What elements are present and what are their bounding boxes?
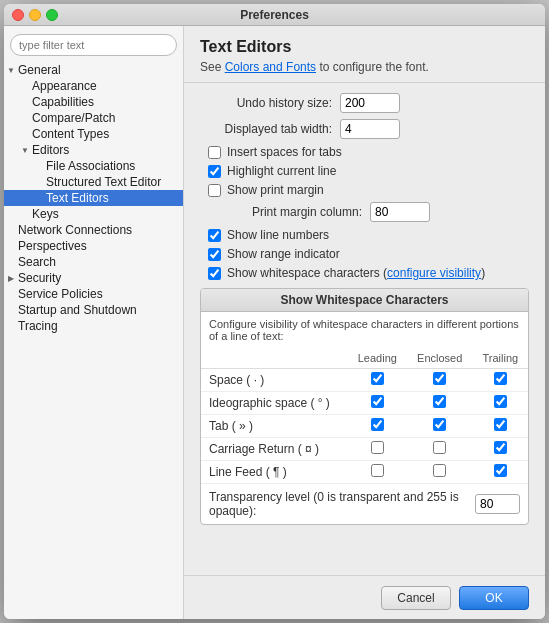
colors-fonts-link[interactable]: Colors and Fonts [225, 60, 316, 74]
ideo-leading-checkbox[interactable] [371, 395, 384, 408]
transparency-label: Transparency level (0 is transparent and… [209, 490, 467, 518]
sidebar-item-capabilities[interactable]: Capabilities [4, 94, 183, 110]
sidebar-item-tracing[interactable]: Tracing [4, 318, 183, 334]
cancel-button[interactable]: Cancel [381, 586, 451, 610]
space-leading-checkbox[interactable] [371, 372, 384, 385]
sidebar-item-label: Keys [32, 207, 59, 221]
sidebar-item-file-associations[interactable]: File Associations [4, 158, 183, 174]
tab-width-input[interactable] [340, 119, 400, 139]
filter-input[interactable] [10, 34, 177, 56]
main-panel: Text Editors See Colors and Fonts to con… [184, 26, 545, 619]
whitespace-section-title: Show Whitespace Characters [201, 289, 528, 312]
sidebar-item-compare-patch[interactable]: Compare/Patch [4, 110, 183, 126]
sidebar-item-service-policies[interactable]: Service Policies [4, 286, 183, 302]
sidebar-item-text-editors[interactable]: Text Editors [4, 190, 183, 206]
col-leading: Leading [348, 348, 407, 369]
sidebar-item-content-types[interactable]: Content Types [4, 126, 183, 142]
sidebar-item-label: Service Policies [18, 287, 103, 301]
transparency-input[interactable] [475, 494, 520, 514]
insert-spaces-checkbox[interactable] [208, 146, 221, 159]
sidebar-item-editors[interactable]: Editors [4, 142, 183, 158]
sidebar-item-keys[interactable]: Keys [4, 206, 183, 222]
leading-cell [348, 461, 407, 484]
sidebar-item-security[interactable]: Security [4, 270, 183, 286]
cr-leading-checkbox[interactable] [371, 441, 384, 454]
subtitle-text: See [200, 60, 225, 74]
show-print-margin-checkbox[interactable] [208, 184, 221, 197]
sidebar-item-label: Structured Text Editor [46, 175, 161, 189]
ideo-trailing-checkbox[interactable] [494, 395, 507, 408]
char-label: Space ( · ) [201, 369, 348, 392]
sidebar-item-startup-shutdown[interactable]: Startup and Shutdown [4, 302, 183, 318]
lf-trailing-checkbox[interactable] [494, 464, 507, 477]
trailing-cell [473, 438, 528, 461]
show-range-indicator-label: Show range indicator [227, 247, 340, 261]
space-enclosed-checkbox[interactable] [433, 372, 446, 385]
lf-enclosed-checkbox[interactable] [433, 464, 446, 477]
show-line-numbers-row: Show line numbers [200, 228, 529, 242]
preferences-window: Preferences General Appearance Capabilit… [4, 4, 545, 619]
show-range-indicator-checkbox[interactable] [208, 248, 221, 261]
print-margin-col-label: Print margin column: [230, 205, 370, 219]
sidebar-item-appearance[interactable]: Appearance [4, 78, 183, 94]
minimize-button[interactable] [29, 9, 41, 21]
sidebar-item-structured-text[interactable]: Structured Text Editor [4, 174, 183, 190]
sidebar-item-label: General [18, 63, 61, 77]
show-whitespace-checkbox[interactable] [208, 267, 221, 280]
highlight-line-checkbox[interactable] [208, 165, 221, 178]
ideo-enclosed-checkbox[interactable] [433, 395, 446, 408]
sidebar-item-search[interactable]: Search [4, 254, 183, 270]
col-enclosed: Enclosed [407, 348, 473, 369]
close-button[interactable] [12, 9, 24, 21]
table-row: Line Feed ( ¶ ) [201, 461, 528, 484]
sidebar-item-general[interactable]: General [4, 62, 183, 78]
traffic-lights [12, 9, 58, 21]
cr-trailing-checkbox[interactable] [494, 441, 507, 454]
char-label: Line Feed ( ¶ ) [201, 461, 348, 484]
space-trailing-checkbox[interactable] [494, 372, 507, 385]
sidebar-item-perspectives[interactable]: Perspectives [4, 238, 183, 254]
sidebar-item-label: Network Connections [18, 223, 132, 237]
undo-row: Undo history size: [200, 93, 529, 113]
show-line-numbers-checkbox[interactable] [208, 229, 221, 242]
show-range-indicator-row: Show range indicator [200, 247, 529, 261]
col-trailing: Trailing [473, 348, 528, 369]
print-margin-col-input[interactable] [370, 202, 430, 222]
show-whitespace-label: Show whitespace characters (configure vi… [227, 266, 485, 280]
undo-label: Undo history size: [200, 96, 340, 110]
ok-button[interactable]: OK [459, 586, 529, 610]
show-print-margin-row: Show print margin [200, 183, 529, 197]
whitespace-section: Show Whitespace Characters Configure vis… [200, 288, 529, 525]
panel-subtitle: See Colors and Fonts to configure the fo… [200, 60, 529, 74]
triangle-icon [18, 143, 32, 157]
sidebar-item-label: Compare/Patch [32, 111, 115, 125]
tab-enclosed-checkbox[interactable] [433, 418, 446, 431]
leading-cell [348, 415, 407, 438]
insert-spaces-label: Insert spaces for tabs [227, 145, 342, 159]
panel-title: Text Editors [200, 38, 529, 56]
tab-width-label: Displayed tab width: [200, 122, 340, 136]
leading-cell [348, 369, 407, 392]
sidebar-item-label: Text Editors [46, 191, 109, 205]
leading-cell [348, 438, 407, 461]
lf-leading-checkbox[interactable] [371, 464, 384, 477]
tab-trailing-checkbox[interactable] [494, 418, 507, 431]
table-row: Tab ( » ) [201, 415, 528, 438]
sidebar-item-network-connections[interactable]: Network Connections [4, 222, 183, 238]
sidebar-item-label: Search [18, 255, 56, 269]
maximize-button[interactable] [46, 9, 58, 21]
enclosed-cell [407, 461, 473, 484]
undo-input[interactable] [340, 93, 400, 113]
triangle-icon [4, 63, 18, 77]
show-whitespace-row: Show whitespace characters (configure vi… [200, 266, 529, 280]
enclosed-cell [407, 438, 473, 461]
show-line-numbers-label: Show line numbers [227, 228, 329, 242]
panel-body: Undo history size: Displayed tab width: … [184, 83, 545, 575]
tab-width-row: Displayed tab width: [200, 119, 529, 139]
tab-leading-checkbox[interactable] [371, 418, 384, 431]
table-row: Space ( · ) [201, 369, 528, 392]
cr-enclosed-checkbox[interactable] [433, 441, 446, 454]
trailing-cell [473, 461, 528, 484]
filter-wrap [4, 30, 183, 62]
configure-visibility-link[interactable]: configure visibility [387, 266, 481, 280]
